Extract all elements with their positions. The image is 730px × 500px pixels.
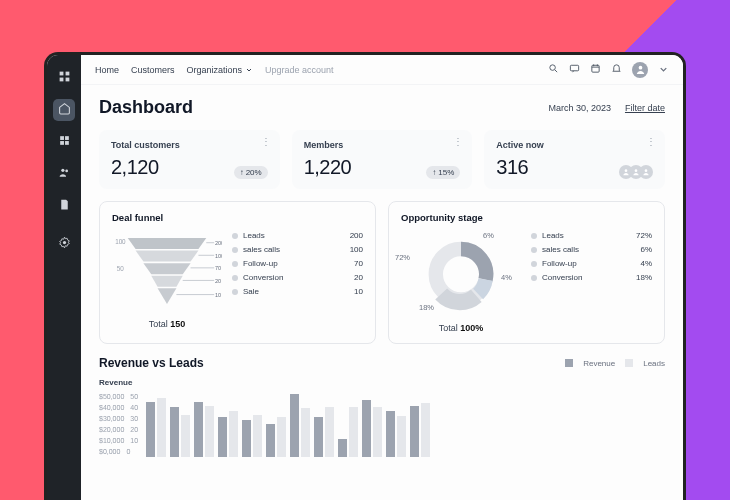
svg-rect-1 xyxy=(65,72,69,76)
svg-point-8 xyxy=(61,169,64,172)
legend-item: Follow-up70 xyxy=(232,259,363,268)
bar-group xyxy=(218,411,238,457)
rvl-bars xyxy=(146,389,665,457)
stats-row: Total customers 2,120 ⋮ ↑ 20% Members 1,… xyxy=(99,130,665,189)
svg-marker-21 xyxy=(151,276,182,287)
sidebar-item-docs[interactable] xyxy=(53,195,75,217)
search-icon[interactable] xyxy=(548,63,559,76)
legend-item: Follow-up4% xyxy=(531,259,652,268)
bar-group xyxy=(146,398,166,457)
sidebar xyxy=(47,55,81,500)
leads-bar xyxy=(325,407,334,457)
stat-badge: ↑ 15% xyxy=(426,166,460,179)
chart-title: Opportunity stage xyxy=(401,212,652,223)
rvl-header: Revenue vs Leads Revenue Leads xyxy=(99,356,665,370)
sidebar-item-home[interactable] xyxy=(53,99,75,121)
topbar-right xyxy=(548,62,669,78)
revenue-bar xyxy=(386,411,395,457)
user-avatar[interactable] xyxy=(632,62,648,78)
users-icon xyxy=(58,165,71,183)
svg-marker-22 xyxy=(158,288,177,304)
svg-point-15 xyxy=(625,169,628,172)
home-icon xyxy=(58,101,71,119)
svg-point-10 xyxy=(62,241,65,244)
revenue-bar xyxy=(194,402,203,457)
funnel-chart: 100 50 200 100 xyxy=(112,231,222,329)
svg-rect-0 xyxy=(59,72,63,76)
stat-title: Active now xyxy=(496,140,653,150)
sidebar-item-settings[interactable] xyxy=(53,233,75,255)
svg-marker-19 xyxy=(136,251,199,262)
stat-badge: ↑ 20% xyxy=(234,166,268,179)
svg-marker-20 xyxy=(143,263,190,274)
bar-group xyxy=(170,407,190,457)
revenue-bar xyxy=(146,402,155,457)
bar-group xyxy=(194,402,214,457)
revenue-bar xyxy=(362,400,371,457)
svg-point-11 xyxy=(550,65,556,71)
user-menu-chevron-icon[interactable] xyxy=(658,64,669,75)
revenue-bar xyxy=(314,417,323,457)
bar-group xyxy=(242,415,262,457)
bar-group xyxy=(290,394,310,457)
sidebar-item-modules[interactable] xyxy=(53,131,75,153)
bar-group xyxy=(338,407,358,457)
stat-menu[interactable]: ⋮ xyxy=(261,140,270,144)
arrow-up-icon: ↑ xyxy=(432,168,436,177)
donut-callout: 18% xyxy=(419,303,434,312)
avatar-icon xyxy=(639,165,653,179)
nav-organizations[interactable]: Organizations xyxy=(187,65,254,75)
stat-card-members: Members 1,220 ⋮ ↑ 15% xyxy=(292,130,473,189)
svg-rect-12 xyxy=(570,65,578,71)
stat-card-active: Active now 316 ⋮ xyxy=(484,130,665,189)
svg-rect-6 xyxy=(60,141,64,145)
funnel-card: Deal funnel 100 50 xyxy=(99,201,376,344)
bar-group xyxy=(266,417,286,457)
nav-customers[interactable]: Customers xyxy=(131,65,175,75)
svg-text:70: 70 xyxy=(215,265,221,271)
stat-title: Members xyxy=(304,140,461,150)
gear-icon xyxy=(58,235,71,253)
legend-item: sales calls6% xyxy=(531,245,652,254)
sidebar-item-apps[interactable] xyxy=(53,67,75,89)
legend-item: Conversion18% xyxy=(531,273,652,282)
charts-row: Deal funnel 100 50 xyxy=(99,201,665,344)
stat-card-customers: Total customers 2,120 ⋮ ↑ 20% xyxy=(99,130,280,189)
revenue-bar xyxy=(218,417,227,457)
revenue-bar xyxy=(242,420,251,457)
revenue-bar xyxy=(338,439,347,457)
legend-swatch xyxy=(565,359,573,367)
svg-rect-2 xyxy=(59,78,63,82)
bell-icon[interactable] xyxy=(611,63,622,76)
revenue-bar xyxy=(266,424,275,457)
top-nav: Home Customers Organizations Upgrade acc… xyxy=(95,65,334,75)
content: Dashboard March 30, 2023 Filter date Tot… xyxy=(81,85,683,457)
leads-bar xyxy=(373,407,382,457)
bar-group xyxy=(314,407,334,457)
svg-point-14 xyxy=(638,66,642,70)
squares-icon xyxy=(58,133,71,151)
page-title: Dashboard xyxy=(99,97,193,118)
funnel-total: Total 150 xyxy=(112,319,222,329)
donut-callout: 4% xyxy=(501,273,512,282)
rvl-chart: Revenue $50,00050 $40,00040 $30,00030 $2… xyxy=(99,378,665,457)
sidebar-item-users[interactable] xyxy=(53,163,75,185)
filter-date-link[interactable]: Filter date xyxy=(625,103,665,113)
chat-icon[interactable] xyxy=(569,63,580,76)
svg-rect-3 xyxy=(65,78,69,82)
legend-item: Leads200 xyxy=(232,231,363,240)
rvl-title: Revenue vs Leads xyxy=(99,356,204,370)
upgrade-link[interactable]: Upgrade account xyxy=(265,65,334,75)
calendar-icon[interactable] xyxy=(590,63,601,76)
stat-title: Total customers xyxy=(111,140,268,150)
donut-callout: 72% xyxy=(395,253,410,262)
header-date: March 30, 2023 xyxy=(548,103,611,113)
nav-home[interactable]: Home xyxy=(95,65,119,75)
app-frame: Home Customers Organizations Upgrade acc… xyxy=(44,52,686,500)
leads-bar xyxy=(229,411,238,457)
stat-menu[interactable]: ⋮ xyxy=(646,140,655,144)
svg-text:200: 200 xyxy=(215,240,222,246)
legend-item: Conversion20 xyxy=(232,273,363,282)
svg-text:10: 10 xyxy=(215,292,221,298)
stat-menu[interactable]: ⋮ xyxy=(453,140,462,144)
